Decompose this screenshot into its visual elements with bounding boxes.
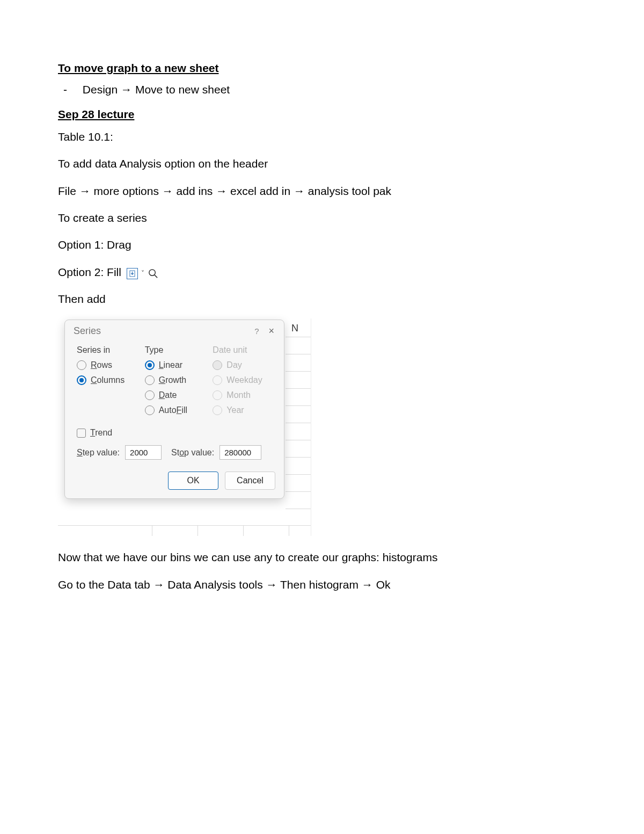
radio-linear[interactable]: Linear (145, 360, 208, 370)
group-series-in: Series in Rows Columns (77, 345, 140, 420)
dialog-body: Series in Rows Columns Type (65, 345, 284, 472)
arrow-icon: → (216, 185, 227, 197)
bullet-design-move: - Design → Move to new sheet (58, 83, 586, 96)
radio-label-month: Month (226, 390, 250, 400)
radio-day: Day (213, 360, 275, 370)
fill-icon-group: ˅ (127, 267, 159, 279)
label-stop-value: Stop value: (171, 448, 214, 458)
line-option1: Option 1: Drag (58, 237, 586, 252)
radio-label-weekday: Weekday (226, 375, 262, 385)
radio-label-autofill: AutoFill (159, 405, 187, 415)
radio-columns[interactable]: Columns (77, 375, 140, 385)
input-step-value[interactable]: 2000 (125, 445, 162, 460)
line-bins: Now that we have our bins we can use any… (58, 550, 586, 565)
value-row: Step value: 2000 Stop value: 280000 (77, 445, 275, 460)
dialog-buttons: OK Cancel (65, 472, 284, 498)
radio-rows[interactable]: Rows (77, 360, 140, 370)
radio-year: Year (213, 405, 275, 415)
heading-move-graph: To move graph to a new sheet (58, 62, 586, 75)
svg-line-2 (155, 275, 157, 278)
radio-icon (77, 375, 86, 385)
arrow-icon: → (79, 185, 91, 197)
checkbox-trend[interactable]: Trend (77, 428, 275, 438)
input-stop-value[interactable]: 280000 (219, 445, 261, 460)
dialog-columns: Series in Rows Columns Type (77, 345, 275, 420)
radio-icon (77, 360, 86, 370)
radio-icon (213, 360, 222, 370)
arrow-icon: → (121, 83, 132, 96)
heading-sep28: Sep 28 lecture (58, 108, 586, 121)
path-excel-addin: excel add in (230, 185, 294, 197)
group-type: Type Linear Growth Date (145, 345, 208, 420)
text-design: Design (83, 83, 121, 96)
path-histogram: Then histogram (280, 578, 362, 591)
svg-point-1 (149, 270, 155, 275)
label-step-value: Step value: (77, 448, 120, 458)
arrow-icon: → (153, 578, 164, 591)
radio-icon (145, 390, 155, 400)
line-data-tab-path: Go to the Data tab → Data Analysis tools… (58, 577, 586, 592)
path-file: File (58, 185, 79, 197)
fill-down-icon[interactable] (127, 268, 138, 279)
chevron-down-icon[interactable]: ˅ (140, 269, 145, 278)
arrow-icon: → (362, 578, 373, 591)
dialog-titlebar: Series ? × (65, 320, 284, 345)
text-move-sheet: Move to new sheet (135, 83, 230, 96)
radio-label-growth: Growth (159, 375, 187, 385)
radio-icon (213, 390, 222, 400)
line-create-series: To create a series (58, 211, 586, 226)
radio-date[interactable]: Date (145, 390, 208, 400)
checkbox-icon (77, 429, 86, 438)
radio-weekday: Weekday (213, 375, 275, 385)
path-toolpak: analysis tool pak (308, 185, 391, 197)
path-addins: add ins (177, 185, 216, 197)
cancel-button[interactable]: Cancel (225, 472, 275, 490)
arrow-icon: → (294, 185, 305, 197)
path-data-tab: Go to the Data tab (58, 578, 153, 591)
radio-icon (213, 405, 222, 415)
radio-icon (145, 405, 155, 415)
label-series-in: Series in (77, 345, 140, 355)
group-date-unit: Date unit Day Weekday Month (213, 345, 275, 420)
arrow-icon: → (266, 578, 277, 591)
radio-autofill[interactable]: AutoFill (145, 405, 208, 415)
radio-label-columns: Columns (91, 375, 125, 385)
line-table: Table 10.1: (58, 129, 586, 144)
line-then-add: Then add (58, 292, 586, 307)
close-icon[interactable]: × (266, 325, 276, 337)
radio-icon (145, 375, 155, 385)
path-analysis-tools: Data Analysis tools (167, 578, 266, 591)
radio-label-rows: Rows (91, 360, 112, 370)
radio-growth[interactable]: Growth (145, 375, 208, 385)
spreadsheet-snippet: N Series ? × (58, 318, 311, 536)
document-page: To move graph to a new sheet - Design → … (0, 0, 644, 834)
line-file-path: File → more options → add ins → excel ad… (58, 184, 586, 199)
radio-label-linear: Linear (159, 360, 182, 370)
radio-icon (213, 375, 222, 385)
bullet-dash: - (63, 83, 79, 96)
radio-icon (145, 360, 155, 370)
path-more: more options (94, 185, 162, 197)
radio-label-year: Year (226, 405, 244, 415)
line-add-option: To add data Analysis option on the heade… (58, 156, 586, 171)
series-dialog: Series ? × Series in Rows Columns (64, 320, 284, 499)
radio-label-day: Day (226, 360, 241, 370)
line-option2: Option 2: Fill ˅ (58, 265, 586, 280)
search-icon[interactable] (148, 267, 159, 279)
label-date-unit: Date unit (213, 345, 275, 355)
ok-button[interactable]: OK (168, 472, 218, 490)
help-button[interactable]: ? (247, 327, 266, 336)
text-option2-fill: Option 2: Fill (58, 266, 125, 278)
arrow-icon: → (162, 185, 173, 197)
radio-month: Month (213, 390, 275, 400)
checkbox-label-trend: Trend (90, 428, 112, 438)
radio-label-date: Date (159, 390, 177, 400)
label-type: Type (145, 345, 208, 355)
dialog-title: Series (74, 325, 247, 337)
path-ok: Ok (376, 578, 391, 591)
